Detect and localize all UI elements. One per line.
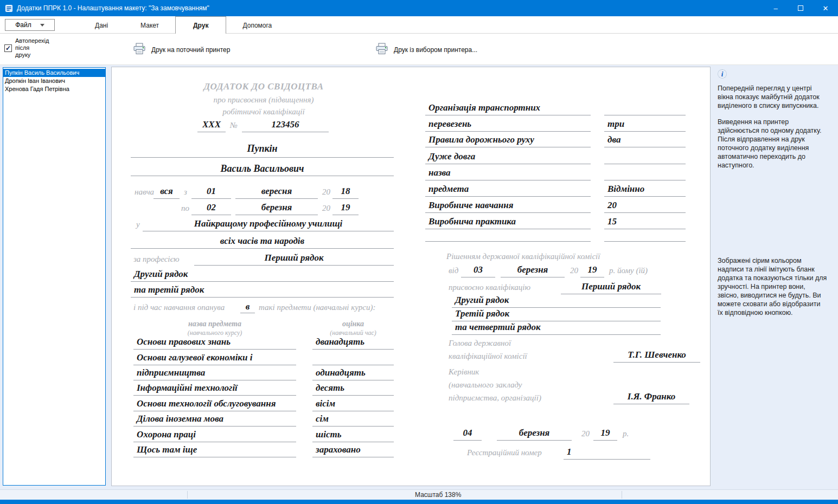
school-field-1: Найкращому професійному училищі <box>143 217 394 231</box>
director-label-3: підприємства, організації) <box>449 393 541 403</box>
director-label-2: (навчального закладу <box>449 380 522 390</box>
profession-label: за професією <box>133 255 180 264</box>
maximize-button[interactable] <box>788 0 813 16</box>
help-paragraph-4: Зображені сірим кольором надписи та ліні… <box>718 256 827 317</box>
certificate-title: ДОДАТОК ДО СВІДОЦТВА <box>131 81 396 92</box>
century-label: 20 <box>322 204 330 213</box>
tab-print[interactable]: Друк <box>175 16 226 34</box>
subject-grade: шість <box>312 428 394 442</box>
from-day-field: 01 <box>191 184 231 199</box>
school-field-2: всіх часів та народів <box>131 234 394 249</box>
mastered-prefix-label: і під час навчання опанува <box>133 303 225 312</box>
info-icon: i <box>718 69 727 79</box>
file-menu-label: Файл <box>15 21 31 29</box>
list-item-student[interactable]: Хренова Гадя Петрівна <box>3 85 105 93</box>
qualification-field-1: Перший рядок <box>561 280 661 294</box>
subject-grade: вісім <box>312 397 394 411</box>
profession-field-3: та третій рядок <box>131 283 394 298</box>
help-paragraph-1: Попередній перегляд у центрі вікна показ… <box>718 84 827 110</box>
app-icon <box>5 4 13 12</box>
minimize-button[interactable]: – <box>763 0 788 16</box>
window-bottom-edge <box>0 500 838 504</box>
head-label-1: Голова державної <box>449 339 511 348</box>
print-choose-button[interactable]: Друк із вибором принтера... <box>370 41 482 59</box>
century-label: 20 <box>322 188 330 197</box>
statusbar-divider <box>187 491 188 499</box>
subject-grade: три <box>604 117 686 132</box>
subject-name: Інформаційні технології <box>133 381 296 396</box>
file-menu-dropdown[interactable]: Файл <box>5 19 55 31</box>
subject-name: Виробниче навчання <box>425 198 591 213</box>
autoswitch-checkbox[interactable]: ✓ <box>4 44 12 52</box>
autoswitch-group: ✓ Автоперехід після друку <box>4 37 49 59</box>
close-button[interactable]: ✕ <box>813 0 838 16</box>
studied-prefix-label: навча <box>135 188 154 197</box>
director-signature-field: І.Я. Франко <box>613 390 689 404</box>
tab-layout[interactable]: Макет <box>124 17 175 33</box>
director-label-1: Керівник <box>449 367 479 377</box>
list-item-student[interactable]: Дропкін Іван Іванович <box>3 77 105 85</box>
subject-name: Дуже довга <box>425 150 591 164</box>
main-area: Пупкін Василь Васильович Дропкін Іван Ів… <box>0 65 838 489</box>
issue-month-field: березня <box>497 426 572 441</box>
subject-name: Ділова іноземна мова <box>133 412 296 427</box>
from-label: з <box>184 188 187 197</box>
decision-month-field: березня <box>501 263 565 277</box>
subject-name: Правила дорожнього руху <box>425 133 591 147</box>
chevron-down-icon <box>40 24 44 27</box>
number-field: 123456 <box>242 118 329 132</box>
window-controls: – ✕ <box>763 0 838 16</box>
app-window: Додатки ППРК 1.0 - Налаштування макету: … <box>0 0 838 504</box>
list-item-student[interactable]: Пупкін Василь Васильович <box>3 69 105 77</box>
tab-strip: Дані Макет Друк Допомога <box>79 16 288 33</box>
certificate-preview: ДОДАТОК ДО СВІДОЦТВА про присвоєння (під… <box>111 67 711 486</box>
subject-name: Щось там іще <box>133 443 296 457</box>
maximize-icon <box>798 5 803 11</box>
certificate-subtitle-2: робітничої кваліфікації <box>131 107 396 117</box>
from-month-field: вересня <box>235 184 318 199</box>
registration-number-field: 1 <box>564 445 650 460</box>
help-paragraph-3: Після відправлення на друк поточного дод… <box>718 135 827 170</box>
statusbar-divider <box>622 491 622 499</box>
tab-data[interactable]: Дані <box>79 17 124 33</box>
subject-grade: сім <box>312 412 394 427</box>
registration-label: Реєстраційний номер <box>467 448 542 457</box>
studied-fill-field: вся <box>153 184 180 199</box>
subject-grade: одинадцять <box>312 366 394 380</box>
subject-grade <box>604 166 686 180</box>
number-sign-label: № <box>230 121 238 130</box>
subject-grade: 20 <box>604 198 686 213</box>
zoom-level: Масштаб 138% <box>415 491 461 499</box>
name-field: Василь Васильович <box>131 161 394 176</box>
subject-name: перевезень <box>425 117 591 132</box>
qualification-field-2: Другий рядок <box>452 293 661 308</box>
profession-field-1: Перший рядок <box>194 251 394 266</box>
print-current-label: Друк на поточний принтер <box>151 46 230 54</box>
qualification-field-3: Третій рядок <box>452 307 661 321</box>
subject-name: Основи технології обслуговування <box>133 397 296 411</box>
print-current-button[interactable]: Друк на поточний принтер <box>128 41 234 59</box>
subject-grade <box>604 101 686 115</box>
subject-grade <box>604 150 686 164</box>
column-grade-header: оцінка <box>312 320 394 328</box>
printer-icon <box>132 43 146 56</box>
titlebar: Додатки ППРК 1.0 - Налаштування макету: … <box>0 0 838 16</box>
subject-name <box>425 227 591 242</box>
subject-name: підприємництва <box>133 366 296 380</box>
profession-field-2: Другий рядок <box>131 267 394 282</box>
subject-grade <box>604 227 686 242</box>
decision-from-label: від <box>449 266 458 275</box>
help-panel: i Попередній перегляд у центрі вікна пок… <box>718 69 827 317</box>
subject-name: Основи галузевої економіки і <box>133 351 296 365</box>
statusbar: Масштаб 138% <box>0 489 838 500</box>
subject-grade: два <box>604 133 686 147</box>
subject-grade: десять <box>312 381 394 396</box>
decision-suffix-label: р. йому (їй) <box>609 266 648 275</box>
tab-help[interactable]: Допомога <box>226 17 288 33</box>
at-label: у <box>136 220 140 229</box>
help-paragraph-2: Виведення на принтер здійснюється по одн… <box>718 118 827 135</box>
decision-century-label: 20 <box>570 266 578 275</box>
print-choose-label: Друк із вибором принтера... <box>394 46 477 54</box>
subject-name: Основи правових знань <box>133 335 296 350</box>
window-title: Додатки ППРК 1.0 - Налаштування макету: … <box>17 4 209 12</box>
